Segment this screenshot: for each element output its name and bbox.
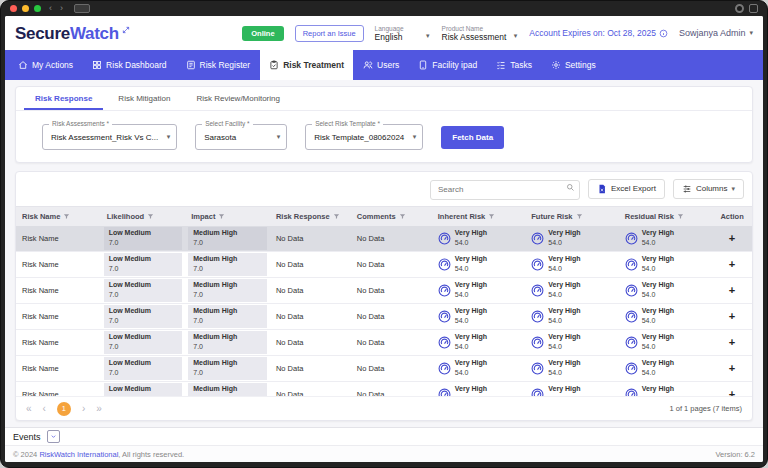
risk-name-cell: Risk Name xyxy=(16,356,101,381)
risk-name-cell: Risk Name xyxy=(16,252,101,277)
excel-export-label: Excel Export xyxy=(611,184,656,193)
table-row[interactable]: Risk Name Low Medium7.0 Medium High7.0 N… xyxy=(16,356,752,382)
future-risk-cell: Very High54.0 xyxy=(525,356,618,381)
gauge-icon xyxy=(625,284,638,297)
column-header-inherent-risk[interactable]: Inherent Risk xyxy=(432,207,525,226)
filter-icon[interactable] xyxy=(218,213,225,220)
add-action-button[interactable]: + xyxy=(729,259,735,270)
events-label: Events xyxy=(13,432,41,442)
status-badge: Online xyxy=(242,26,283,41)
facility-select[interactable]: Select Facility * Sarasota ▾ xyxy=(195,124,287,150)
nav-item-users[interactable]: Users xyxy=(354,50,408,80)
action-cell: + xyxy=(712,330,752,355)
user-menu[interactable]: Sowjanya Admin ▾ xyxy=(679,28,753,38)
back-icon[interactable]: ‹ xyxy=(49,4,52,13)
next-page-icon[interactable]: › xyxy=(82,404,85,414)
action-cell: + xyxy=(712,356,752,381)
add-action-button[interactable]: + xyxy=(729,285,735,296)
close-button[interactable] xyxy=(10,5,17,12)
filter-icon[interactable] xyxy=(63,213,70,220)
riskwatch-link[interactable]: RiskWatch International xyxy=(39,450,118,459)
nav-item-my-actions[interactable]: My Actions xyxy=(9,50,82,80)
likelihood-cell: Low Medium7.0 xyxy=(101,226,186,251)
filter-icon[interactable] xyxy=(488,213,495,220)
last-page-icon[interactable]: » xyxy=(96,404,102,414)
filter-icon[interactable] xyxy=(147,213,154,220)
nav-item-risk-register[interactable]: Risk Register xyxy=(177,50,260,80)
product-select[interactable]: Product Name Risk Assessment ▾ xyxy=(442,25,519,42)
events-expand-button[interactable] xyxy=(47,430,60,443)
risk-assessment-value: Risk Assessment_Risk Vs C... xyxy=(51,133,158,142)
expand-icon[interactable] xyxy=(122,26,130,34)
tab-risk-mitigation[interactable]: Risk Mitigation xyxy=(107,87,181,110)
home-icon xyxy=(18,60,28,70)
add-action-button[interactable]: + xyxy=(729,233,735,244)
fetch-data-button[interactable]: Fetch Data xyxy=(441,126,504,149)
table-row[interactable]: Risk Name Low Medium7.0 Medium High7.0 N… xyxy=(16,330,752,356)
column-header-future-risk[interactable]: Future Risk xyxy=(525,207,618,226)
search-input[interactable] xyxy=(430,180,580,200)
column-header-impact[interactable]: Impact xyxy=(185,207,270,226)
nav-item-settings[interactable]: Settings xyxy=(542,50,605,80)
table-row[interactable]: Risk Name Low Medium7.0 Medium High7.0 N… xyxy=(16,252,752,278)
account-expiry-text: Account Expires on: Oct 28, 2025 xyxy=(529,28,656,38)
minimize-button[interactable] xyxy=(22,5,29,12)
language-value: English xyxy=(375,32,419,42)
risk-response-cell: No Data xyxy=(270,382,351,397)
comments-cell: No Data xyxy=(351,382,432,397)
risk-name-cell: Risk Name xyxy=(16,278,101,303)
filter-icon[interactable] xyxy=(399,213,406,220)
excel-export-button[interactable]: Excel Export xyxy=(588,179,665,199)
browser-tab-icon[interactable] xyxy=(74,4,90,13)
inherent-risk-cell: Very High54.0 xyxy=(432,330,525,355)
app-window: ‹ › SecureWatch Online Report an Issue L… xyxy=(0,0,768,468)
gauge-icon xyxy=(625,362,638,375)
chevron-down-icon: ▾ xyxy=(731,185,735,193)
add-action-button[interactable]: + xyxy=(729,337,735,348)
tab-risk-response[interactable]: Risk Response xyxy=(24,87,103,110)
nav-item-tasks[interactable]: Tasks xyxy=(487,50,541,80)
add-action-button[interactable]: + xyxy=(729,389,735,397)
prev-page-icon[interactable]: ‹ xyxy=(43,404,46,414)
comments-cell: No Data xyxy=(351,278,432,303)
report-issue-button[interactable]: Report an Issue xyxy=(295,25,364,42)
titlebar-record-icon[interactable] xyxy=(735,4,744,13)
titlebar-window-icon[interactable] xyxy=(749,4,758,13)
nav-item-risk-treatment[interactable]: Risk Treatment xyxy=(260,50,353,80)
add-action-button[interactable]: + xyxy=(729,311,735,322)
nav-label: Risk Dashboard xyxy=(106,60,166,70)
column-header-risk-name[interactable]: Risk Name xyxy=(16,207,101,226)
pagination-summary: 1 of 1 pages (7 items) xyxy=(669,404,742,413)
filter-icon[interactable] xyxy=(677,213,684,220)
tab-risk-review-monitoring[interactable]: Risk Review/Monitoring xyxy=(185,87,291,110)
nav-label: Users xyxy=(377,60,399,70)
column-header-residual-risk[interactable]: Residual Risk xyxy=(619,207,712,226)
gauge-icon xyxy=(625,258,638,271)
risk-assessment-label: Risk Assessments * xyxy=(49,120,112,127)
table-row[interactable]: Risk Name Low Medium7.0 Medium High7.0 N… xyxy=(16,382,752,397)
table-row[interactable]: Risk Name Low Medium7.0 Medium High7.0 N… xyxy=(16,278,752,304)
filter-icon[interactable] xyxy=(333,213,340,220)
maximize-button[interactable] xyxy=(34,5,41,12)
risk-template-select[interactable]: Select Risk Template * Risk Template_080… xyxy=(305,124,423,150)
first-page-icon[interactable]: « xyxy=(26,404,32,414)
column-header-risk-response[interactable]: Risk Response xyxy=(270,207,351,226)
main-area: Risk Response Risk Mitigation Risk Revie… xyxy=(5,80,763,427)
risk-assessment-select[interactable]: Risk Assessments * Risk Assessment_Risk … xyxy=(42,124,177,150)
product-label: Product Name xyxy=(442,25,507,32)
table-header: Risk Name Likelihood Impact Risk Respons… xyxy=(16,206,752,226)
current-page-button[interactable]: 1 xyxy=(57,402,71,416)
filter-card: Risk Response Risk Mitigation Risk Revie… xyxy=(15,86,753,163)
nav-item-facility-ipad[interactable]: Facility ipad xyxy=(409,50,486,80)
table-row[interactable]: Risk Name Low Medium7.0 Medium High7.0 N… xyxy=(16,226,752,252)
nav-item-risk-dashboard[interactable]: Risk Dashboard xyxy=(83,50,175,80)
column-header-likelihood[interactable]: Likelihood xyxy=(101,207,186,226)
forward-icon[interactable]: › xyxy=(60,4,63,13)
columns-button[interactable]: Columns ▾ xyxy=(673,179,744,199)
table-row[interactable]: Risk Name Low Medium7.0 Medium High7.0 N… xyxy=(16,304,752,330)
language-select[interactable]: Language English ▾ xyxy=(375,25,431,42)
column-header-comments[interactable]: Comments xyxy=(351,207,432,226)
filter-icon[interactable] xyxy=(576,213,583,220)
info-icon[interactable] xyxy=(659,29,668,38)
add-action-button[interactable]: + xyxy=(729,363,735,374)
